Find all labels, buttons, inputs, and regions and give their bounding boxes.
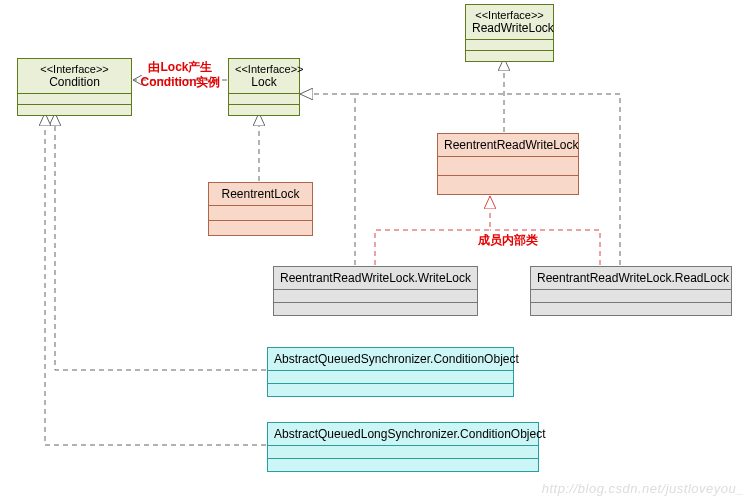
- class-name: ReentrantReadWriteLock.WriteLock: [280, 271, 471, 285]
- class-name: ReentrantReadWriteLock.ReadLock: [537, 271, 725, 285]
- class-reentrantreadwritelock: ReentrentReadWriteLock: [437, 133, 579, 195]
- class-aqs-conditionobject: AbstractQueuedSynchronizer.ConditionObje…: [267, 347, 514, 397]
- class-name: ReadWriteLock: [472, 21, 547, 35]
- interface-readwritelock: <<Interface>> ReadWriteLock: [465, 4, 554, 62]
- interface-condition: <<Interface>> Condition: [17, 58, 132, 116]
- class-reentrantlock: ReentrentLock: [208, 182, 313, 236]
- class-name: ReentrentLock: [215, 187, 306, 201]
- class-name: ReentrentReadWriteLock: [444, 138, 572, 152]
- stereotype: <<Interface>>: [472, 9, 547, 21]
- class-aqls-conditionobject: AbstractQueuedLongSynchronizer.Condition…: [267, 422, 539, 472]
- stereotype: <<Interface>>: [235, 63, 293, 75]
- watermark: http://blog.csdn.net/justloveyou_: [542, 481, 744, 496]
- class-name: AbstractQueuedLongSynchronizer.Condition…: [274, 427, 532, 441]
- annotation-inner-class: 成员内部类: [478, 233, 538, 248]
- class-name: Condition: [24, 75, 125, 89]
- stereotype: <<Interface>>: [24, 63, 125, 75]
- class-readlock: ReentrantReadWriteLock.ReadLock: [530, 266, 732, 316]
- class-name: AbstractQueuedSynchronizer.ConditionObje…: [274, 352, 507, 366]
- annotation-lock-produces: 由Lock产生 Condition实例: [133, 60, 228, 90]
- class-writelock: ReentrantReadWriteLock.WriteLock: [273, 266, 478, 316]
- class-name: Lock: [235, 75, 293, 89]
- interface-lock: <<Interface>> Lock: [228, 58, 300, 116]
